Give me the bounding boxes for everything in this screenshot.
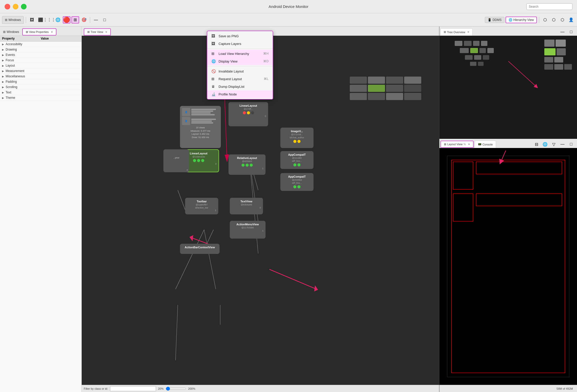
node-linearlayout-top[interactable]: LinearLayout @172ff... 0 xyxy=(229,102,268,126)
node-partial-count: 0 xyxy=(187,169,188,171)
node-actionbarcontextview[interactable]: ActionBarContextView xyxy=(180,244,220,254)
maximize-button[interactable] xyxy=(21,4,27,9)
sep-menu-2 xyxy=(207,66,273,66)
tool-nav-person[interactable]: 👤 xyxy=(567,16,575,23)
ddms-tab[interactable]: 📱 DDMS xyxy=(485,17,504,23)
tree-view-close[interactable]: ✕ xyxy=(105,31,107,33)
layout-view-tool1[interactable]: ⊟ xyxy=(533,141,540,148)
node-imageview[interactable]: ImageV... @372c0d... id/chat_author xyxy=(280,128,314,148)
tab-tree-view[interactable]: ⊞ Tree View ✕ xyxy=(84,28,111,35)
layout-inner-4 xyxy=(476,193,562,206)
prop-miscellaneous[interactable]: ▶ Miscellaneous xyxy=(0,74,81,79)
prop-events[interactable]: ▶ Events xyxy=(0,52,81,58)
tab-layout-view[interactable]: ⊞ Layout View % ✕ xyxy=(440,141,474,148)
node-relativelayout[interactable]: RelativeLayout @425863 1 xyxy=(229,154,266,175)
node-left-partial[interactable]: ...yout 0 xyxy=(163,149,189,172)
tool-btn-4[interactable]: 🌐 xyxy=(54,16,62,23)
tool-btn-grid[interactable]: ⊞ xyxy=(71,16,79,23)
menu-load-view-hierarchy[interactable]: ⊞ Load View Hierarchy ⌘H xyxy=(207,50,273,57)
tab-windows-panel[interactable]: ⊞ Windows xyxy=(0,28,22,35)
layout-view-minimize[interactable]: — xyxy=(559,141,566,148)
property-tree: ▶ Accessibility ▶ Drawing ▶ Events ▶ Foc… xyxy=(0,42,81,392)
zoom-slider[interactable] xyxy=(166,387,186,391)
tool-btn-stop[interactable]: 🔴 xyxy=(63,16,70,23)
tool-btn-minimize[interactable]: — xyxy=(92,16,100,23)
node-toolbar[interactable]: Toolbar @1aab3fb7 id/action_bar 1 xyxy=(185,198,218,214)
arrow-drawing: ▶ xyxy=(2,48,6,51)
hierarchy-view-tab[interactable]: 🌐 Hierarchy View xyxy=(506,17,537,23)
tool-btn-target[interactable]: 🎯 xyxy=(80,16,88,23)
menu-capture-layers[interactable]: 🖼 Capture Layers xyxy=(207,40,273,47)
node-dots-rl xyxy=(231,164,263,167)
layout-view-close[interactable]: ✕ xyxy=(468,143,470,146)
prop-measurement[interactable]: ▶ Measurement xyxy=(0,68,81,74)
minimize-button[interactable] xyxy=(13,4,18,9)
menu-save-png[interactable]: 🖼 Save as PNG xyxy=(207,32,273,40)
tab-console[interactable]: 📟 Console xyxy=(475,141,496,148)
right-area: ⊞ Tree Overview ✕ — □ xyxy=(439,27,577,392)
tool-btn-1[interactable]: 🖼 xyxy=(28,16,36,23)
menu-profile-node[interactable]: 🔬 Profile Node xyxy=(207,90,273,98)
dot-iv-y2 xyxy=(297,140,300,143)
global-search-input[interactable] xyxy=(526,3,572,10)
svg-line-9 xyxy=(176,305,178,360)
mini-node-9 xyxy=(368,93,385,100)
node-appcompat-2[interactable]: AppCompatT @2035b4 id/f_line... xyxy=(280,173,314,191)
svg-line-13 xyxy=(508,61,536,87)
dot-iv-y1 xyxy=(293,140,296,143)
node-stats: 10 views Measure: 0.377 ms Layout: 0.452… xyxy=(182,126,219,139)
menu-dump-displaylist[interactable]: 🖥 Dump DisplayList xyxy=(207,83,273,90)
title-bar-right xyxy=(526,3,572,10)
prop-theme[interactable]: ▶ Theme xyxy=(0,95,81,101)
tool-nav-right[interactable]: ⬡ xyxy=(550,16,558,23)
filter-input[interactable] xyxy=(110,386,156,391)
capture-layers-icon: 🖼 xyxy=(211,42,216,46)
tool-nav-3[interactable]: ⬡ xyxy=(559,16,566,23)
mn6 xyxy=(479,48,486,53)
tool-btn-restore[interactable]: □ xyxy=(101,16,109,23)
node-preview-card[interactable]: 👤 👤 10 xyxy=(180,106,221,148)
right-top-minimize[interactable]: — xyxy=(559,28,566,35)
node-id-amv: @217b3d90 xyxy=(232,226,263,229)
menu-request-layout[interactable]: ⊞ Request Layout ⌘L xyxy=(207,75,273,83)
menu-display-view[interactable]: 🌐 Display View ⌘D xyxy=(207,57,273,65)
rmn7 xyxy=(554,64,563,70)
right-bottom-panel: ⊞ Layout View % ✕ 📟 Console ⊟ 🌐 ▽ — □ xyxy=(439,139,577,392)
layout-view-globe[interactable]: 🌐 xyxy=(541,141,549,148)
node-appcompat-1[interactable]: AppCompatT @1cc4b5 id/f_line... xyxy=(280,151,314,169)
arrow-padding: ▶ xyxy=(2,80,6,83)
arrow-focus: ▶ xyxy=(2,59,6,62)
prop-layout[interactable]: ▶ Layout xyxy=(0,63,81,68)
prop-focus[interactable]: ▶ Focus xyxy=(0,58,81,63)
node-textview[interactable]: TextView @83b4a8d 0 xyxy=(230,198,263,214)
menu-invalidate-layout[interactable]: 🚫 Invalidate Layout xyxy=(207,67,273,75)
right-top-restore[interactable]: □ xyxy=(567,28,575,35)
mn9 xyxy=(474,55,481,60)
node-actionmenuview[interactable]: ActionMenuView @217b3d90 1 xyxy=(230,221,266,239)
svg-line-7 xyxy=(204,230,216,289)
rmn3 xyxy=(557,48,566,55)
tab-view-properties[interactable]: ⊞ View Properties ✕ xyxy=(22,28,56,35)
node-id-ac2: @2035b4 xyxy=(282,179,311,181)
right-mini-grid xyxy=(544,40,572,70)
prop-text[interactable]: ▶ Text xyxy=(0,90,81,95)
prop-scrolling[interactable]: ▶ Scrolling xyxy=(0,84,81,90)
svg-line-10 xyxy=(225,99,227,158)
tree-overview-close[interactable]: ✕ xyxy=(467,31,469,33)
svg-line-6 xyxy=(176,230,204,289)
prop-drawing[interactable]: ▶ Drawing xyxy=(0,47,81,52)
close-button[interactable] xyxy=(5,4,10,9)
prop-padding[interactable]: ▶ Padding xyxy=(0,79,81,84)
layout-view-down[interactable]: ▽ xyxy=(550,141,558,148)
prop-accessibility[interactable]: ▶ Accessibility xyxy=(0,42,81,47)
mn7 xyxy=(487,48,494,53)
arrow-scrolling: ▶ xyxy=(2,86,6,89)
node-title-tb: Toolbar xyxy=(187,200,216,203)
tool-nav-left[interactable]: ⬡ xyxy=(541,16,549,23)
view-props-close[interactable]: ✕ xyxy=(51,31,53,33)
tab-tree-overview[interactable]: ⊞ Tree Overview ✕ xyxy=(440,28,473,35)
tab-windows[interactable]: ⊞ Windows xyxy=(2,16,24,24)
tool-btn-3[interactable]: ⋮⋮⋮ xyxy=(45,16,53,23)
layout-view-restore[interactable]: □ xyxy=(567,141,575,148)
mini-node-2 xyxy=(368,77,385,84)
